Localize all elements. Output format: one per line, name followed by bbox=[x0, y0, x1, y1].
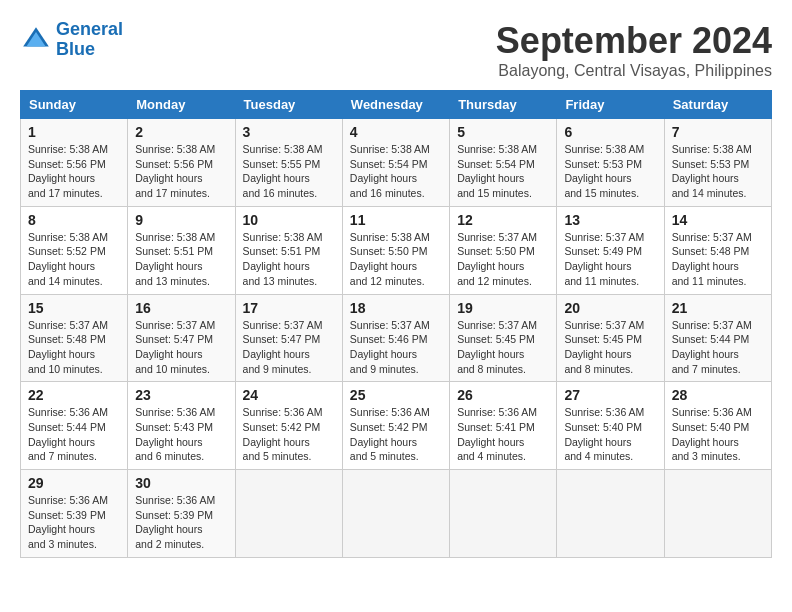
day-info: Sunrise: 5:36 AM Sunset: 5:42 PM Dayligh… bbox=[350, 405, 442, 464]
calendar-table: SundayMondayTuesdayWednesdayThursdayFrid… bbox=[20, 90, 772, 558]
header-wednesday: Wednesday bbox=[342, 91, 449, 119]
calendar-cell: 9 Sunrise: 5:38 AM Sunset: 5:51 PM Dayli… bbox=[128, 206, 235, 294]
calendar-cell: 13 Sunrise: 5:37 AM Sunset: 5:49 PM Dayl… bbox=[557, 206, 664, 294]
day-info: Sunrise: 5:37 AM Sunset: 5:47 PM Dayligh… bbox=[243, 318, 335, 377]
day-number: 3 bbox=[243, 124, 335, 140]
calendar-cell: 22 Sunrise: 5:36 AM Sunset: 5:44 PM Dayl… bbox=[21, 382, 128, 470]
day-number: 14 bbox=[672, 212, 764, 228]
day-info: Sunrise: 5:37 AM Sunset: 5:46 PM Dayligh… bbox=[350, 318, 442, 377]
logo-blue: Blue bbox=[56, 39, 95, 59]
day-number: 19 bbox=[457, 300, 549, 316]
day-number: 25 bbox=[350, 387, 442, 403]
calendar-cell: 7 Sunrise: 5:38 AM Sunset: 5:53 PM Dayli… bbox=[664, 119, 771, 207]
calendar-cell: 1 Sunrise: 5:38 AM Sunset: 5:56 PM Dayli… bbox=[21, 119, 128, 207]
day-number: 22 bbox=[28, 387, 120, 403]
calendar-cell: 11 Sunrise: 5:38 AM Sunset: 5:50 PM Dayl… bbox=[342, 206, 449, 294]
day-info: Sunrise: 5:36 AM Sunset: 5:42 PM Dayligh… bbox=[243, 405, 335, 464]
day-number: 1 bbox=[28, 124, 120, 140]
logo-icon bbox=[20, 24, 52, 56]
day-info: Sunrise: 5:36 AM Sunset: 5:40 PM Dayligh… bbox=[564, 405, 656, 464]
calendar-cell: 17 Sunrise: 5:37 AM Sunset: 5:47 PM Dayl… bbox=[235, 294, 342, 382]
calendar-cell: 18 Sunrise: 5:37 AM Sunset: 5:46 PM Dayl… bbox=[342, 294, 449, 382]
day-info: Sunrise: 5:37 AM Sunset: 5:45 PM Dayligh… bbox=[457, 318, 549, 377]
header-tuesday: Tuesday bbox=[235, 91, 342, 119]
month-title: September 2024 bbox=[496, 20, 772, 62]
calendar-cell: 28 Sunrise: 5:36 AM Sunset: 5:40 PM Dayl… bbox=[664, 382, 771, 470]
day-number: 21 bbox=[672, 300, 764, 316]
day-info: Sunrise: 5:38 AM Sunset: 5:50 PM Dayligh… bbox=[350, 230, 442, 289]
calendar-cell: 27 Sunrise: 5:36 AM Sunset: 5:40 PM Dayl… bbox=[557, 382, 664, 470]
calendar-cell: 3 Sunrise: 5:38 AM Sunset: 5:55 PM Dayli… bbox=[235, 119, 342, 207]
day-info: Sunrise: 5:38 AM Sunset: 5:56 PM Dayligh… bbox=[135, 142, 227, 201]
calendar-cell bbox=[664, 470, 771, 558]
calendar-week-5: 29 Sunrise: 5:36 AM Sunset: 5:39 PM Dayl… bbox=[21, 470, 772, 558]
day-number: 23 bbox=[135, 387, 227, 403]
day-number: 9 bbox=[135, 212, 227, 228]
day-number: 28 bbox=[672, 387, 764, 403]
day-info: Sunrise: 5:36 AM Sunset: 5:39 PM Dayligh… bbox=[28, 493, 120, 552]
day-info: Sunrise: 5:38 AM Sunset: 5:54 PM Dayligh… bbox=[457, 142, 549, 201]
day-number: 8 bbox=[28, 212, 120, 228]
day-info: Sunrise: 5:37 AM Sunset: 5:47 PM Dayligh… bbox=[135, 318, 227, 377]
day-info: Sunrise: 5:37 AM Sunset: 5:50 PM Dayligh… bbox=[457, 230, 549, 289]
day-info: Sunrise: 5:37 AM Sunset: 5:48 PM Dayligh… bbox=[672, 230, 764, 289]
day-number: 6 bbox=[564, 124, 656, 140]
header-sunday: Sunday bbox=[21, 91, 128, 119]
day-info: Sunrise: 5:36 AM Sunset: 5:43 PM Dayligh… bbox=[135, 405, 227, 464]
day-number: 12 bbox=[457, 212, 549, 228]
calendar-cell: 24 Sunrise: 5:36 AM Sunset: 5:42 PM Dayl… bbox=[235, 382, 342, 470]
day-info: Sunrise: 5:38 AM Sunset: 5:53 PM Dayligh… bbox=[564, 142, 656, 201]
header-monday: Monday bbox=[128, 91, 235, 119]
calendar-cell bbox=[557, 470, 664, 558]
day-number: 27 bbox=[564, 387, 656, 403]
calendar-cell: 25 Sunrise: 5:36 AM Sunset: 5:42 PM Dayl… bbox=[342, 382, 449, 470]
calendar-week-2: 8 Sunrise: 5:38 AM Sunset: 5:52 PM Dayli… bbox=[21, 206, 772, 294]
calendar-cell: 14 Sunrise: 5:37 AM Sunset: 5:48 PM Dayl… bbox=[664, 206, 771, 294]
calendar-cell: 30 Sunrise: 5:36 AM Sunset: 5:39 PM Dayl… bbox=[128, 470, 235, 558]
day-info: Sunrise: 5:36 AM Sunset: 5:44 PM Dayligh… bbox=[28, 405, 120, 464]
logo-general: General bbox=[56, 19, 123, 39]
calendar-week-1: 1 Sunrise: 5:38 AM Sunset: 5:56 PM Dayli… bbox=[21, 119, 772, 207]
day-info: Sunrise: 5:36 AM Sunset: 5:41 PM Dayligh… bbox=[457, 405, 549, 464]
day-number: 4 bbox=[350, 124, 442, 140]
day-number: 20 bbox=[564, 300, 656, 316]
day-info: Sunrise: 5:38 AM Sunset: 5:53 PM Dayligh… bbox=[672, 142, 764, 201]
calendar-cell: 23 Sunrise: 5:36 AM Sunset: 5:43 PM Dayl… bbox=[128, 382, 235, 470]
day-number: 15 bbox=[28, 300, 120, 316]
day-info: Sunrise: 5:37 AM Sunset: 5:44 PM Dayligh… bbox=[672, 318, 764, 377]
calendar-cell: 15 Sunrise: 5:37 AM Sunset: 5:48 PM Dayl… bbox=[21, 294, 128, 382]
calendar-header-row: SundayMondayTuesdayWednesdayThursdayFrid… bbox=[21, 91, 772, 119]
calendar-week-3: 15 Sunrise: 5:37 AM Sunset: 5:48 PM Dayl… bbox=[21, 294, 772, 382]
day-info: Sunrise: 5:36 AM Sunset: 5:39 PM Dayligh… bbox=[135, 493, 227, 552]
day-number: 30 bbox=[135, 475, 227, 491]
header-friday: Friday bbox=[557, 91, 664, 119]
day-number: 18 bbox=[350, 300, 442, 316]
day-info: Sunrise: 5:38 AM Sunset: 5:52 PM Dayligh… bbox=[28, 230, 120, 289]
calendar-cell: 29 Sunrise: 5:36 AM Sunset: 5:39 PM Dayl… bbox=[21, 470, 128, 558]
day-number: 13 bbox=[564, 212, 656, 228]
calendar-cell: 10 Sunrise: 5:38 AM Sunset: 5:51 PM Dayl… bbox=[235, 206, 342, 294]
calendar-cell: 6 Sunrise: 5:38 AM Sunset: 5:53 PM Dayli… bbox=[557, 119, 664, 207]
day-number: 2 bbox=[135, 124, 227, 140]
day-number: 16 bbox=[135, 300, 227, 316]
calendar-cell bbox=[342, 470, 449, 558]
title-section: September 2024 Balayong, Central Visayas… bbox=[496, 20, 772, 80]
calendar-cell: 5 Sunrise: 5:38 AM Sunset: 5:54 PM Dayli… bbox=[450, 119, 557, 207]
calendar-cell: 21 Sunrise: 5:37 AM Sunset: 5:44 PM Dayl… bbox=[664, 294, 771, 382]
day-info: Sunrise: 5:37 AM Sunset: 5:48 PM Dayligh… bbox=[28, 318, 120, 377]
day-info: Sunrise: 5:37 AM Sunset: 5:45 PM Dayligh… bbox=[564, 318, 656, 377]
day-info: Sunrise: 5:37 AM Sunset: 5:49 PM Dayligh… bbox=[564, 230, 656, 289]
day-number: 5 bbox=[457, 124, 549, 140]
calendar-cell: 19 Sunrise: 5:37 AM Sunset: 5:45 PM Dayl… bbox=[450, 294, 557, 382]
day-number: 26 bbox=[457, 387, 549, 403]
logo: General Blue bbox=[20, 20, 123, 60]
location-title: Balayong, Central Visayas, Philippines bbox=[496, 62, 772, 80]
day-info: Sunrise: 5:38 AM Sunset: 5:51 PM Dayligh… bbox=[243, 230, 335, 289]
day-number: 24 bbox=[243, 387, 335, 403]
calendar-cell: 4 Sunrise: 5:38 AM Sunset: 5:54 PM Dayli… bbox=[342, 119, 449, 207]
calendar-cell bbox=[450, 470, 557, 558]
day-info: Sunrise: 5:38 AM Sunset: 5:55 PM Dayligh… bbox=[243, 142, 335, 201]
page-header: General Blue September 2024 Balayong, Ce… bbox=[20, 20, 772, 80]
calendar-cell: 12 Sunrise: 5:37 AM Sunset: 5:50 PM Dayl… bbox=[450, 206, 557, 294]
day-info: Sunrise: 5:38 AM Sunset: 5:51 PM Dayligh… bbox=[135, 230, 227, 289]
